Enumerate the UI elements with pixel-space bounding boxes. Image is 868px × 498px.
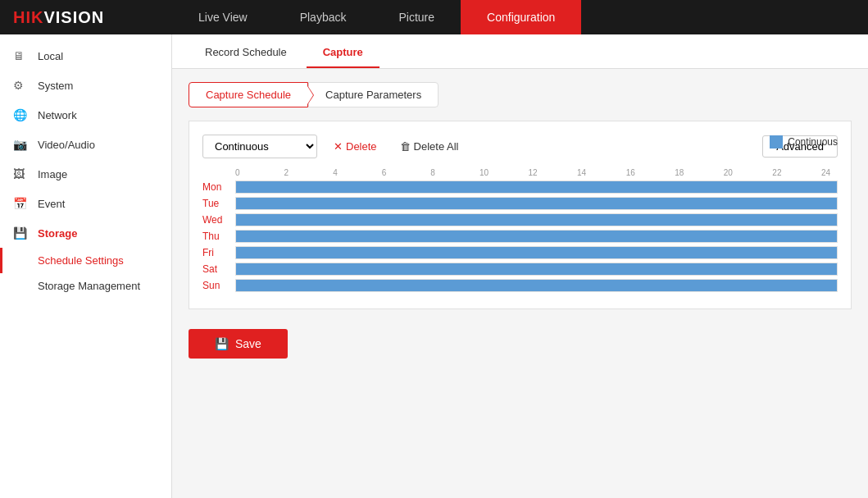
schedule-fill-wed [236, 214, 837, 226]
time-6: 6 [382, 168, 431, 177]
schedule-bar-thu[interactable] [235, 230, 838, 243]
time-20: 20 [724, 168, 773, 177]
time-4: 4 [333, 168, 382, 177]
time-24: 24 [821, 168, 838, 177]
sidebar-item-video-audio[interactable]: 📷 Video/Audio [0, 130, 171, 159]
sidebar-item-storage[interactable]: 💾 Storage [0, 218, 171, 248]
trash-icon: 🗑 [400, 140, 411, 153]
sub-tab-capture-parameters[interactable]: Capture Parameters [308, 82, 439, 107]
delete-all-button[interactable]: 🗑 Delete All [393, 136, 466, 157]
schedule-bar-sat[interactable] [235, 263, 838, 276]
day-row-tue: Tue [202, 197, 838, 210]
tab-capture[interactable]: Capture [307, 38, 379, 68]
nav-picture[interactable]: Picture [372, 0, 461, 34]
main-layout: 🖥 Local ⚙ System 🌐 Network 📷 Video/Audio… [0, 34, 868, 498]
legend-continuous-label: Continuous [788, 136, 838, 148]
content-inner: Capture Schedule Capture Parameters Cont… [172, 69, 868, 372]
time-header: 0 2 4 6 8 10 12 14 16 18 20 22 24 [235, 168, 838, 177]
sub-tab-capture-schedule[interactable]: Capture Schedule [189, 82, 308, 107]
legend-continuous-color [770, 135, 783, 148]
schedule-bar-tue[interactable] [235, 197, 838, 210]
schedule-fill-sat [236, 263, 837, 275]
schedule-fill-thu [236, 231, 837, 242]
time-2: 2 [284, 168, 334, 177]
save-icon: 💾 [215, 337, 229, 350]
sidebar-item-network[interactable]: 🌐 Network [0, 100, 171, 130]
day-label-mon: Mon [202, 181, 235, 193]
content-area: Record Schedule Capture Capture Schedule… [172, 34, 868, 498]
schedule-type-select[interactable]: Continuous Motion Alarm Motion | Alarm E… [202, 135, 317, 158]
nav-configuration[interactable]: Configuration [461, 0, 581, 34]
time-8: 8 [430, 168, 479, 177]
nav-items: Live View Playback Picture Configuration [172, 0, 868, 34]
day-row-sat: Sat [202, 263, 838, 276]
schedule-bar-wed[interactable] [235, 213, 838, 226]
sidebar-item-image[interactable]: 🖼 Image [0, 159, 171, 189]
timeline-grid: Continuous 0 2 4 6 8 10 12 14 16 18 [202, 168, 838, 292]
day-label-wed: Wed [202, 214, 235, 226]
sidebar: 🖥 Local ⚙ System 🌐 Network 📷 Video/Audio… [0, 34, 172, 498]
legend: Continuous [770, 135, 838, 148]
event-icon: 📅 [13, 197, 30, 210]
time-0: 0 [235, 168, 284, 177]
camera-icon: 📷 [13, 138, 30, 151]
monitor-icon: 🖥 [13, 49, 30, 62]
nav-playback[interactable]: Playback [274, 0, 373, 34]
schedule-bar-mon[interactable] [235, 180, 838, 194]
time-18: 18 [675, 168, 724, 177]
time-10: 10 [479, 168, 529, 177]
save-button[interactable]: 💾 Save [189, 329, 288, 359]
logo: HIKVISION [0, 8, 172, 27]
day-row-wed: Wed [202, 213, 838, 226]
top-nav: HIKVISION Live View Playback Picture Con… [0, 0, 868, 34]
delete-button[interactable]: ✕ Delete [327, 136, 384, 157]
save-area: 💾 Save [189, 329, 852, 359]
schedule-area: Continuous Motion Alarm Motion | Alarm E… [189, 121, 852, 309]
schedule-fill-mon [236, 181, 837, 193]
sidebar-item-event[interactable]: 📅 Event [0, 189, 171, 218]
day-label-thu: Thu [202, 231, 235, 242]
network-icon: 🌐 [13, 108, 30, 121]
time-22: 22 [772, 168, 821, 177]
day-label-fri: Fri [202, 247, 235, 258]
day-label-sat: Sat [202, 263, 235, 275]
sidebar-item-local[interactable]: 🖥 Local [0, 41, 171, 71]
schedule-bar-sun[interactable] [235, 279, 838, 292]
schedule-fill-fri [236, 247, 837, 258]
tab-bar: Record Schedule Capture [172, 34, 868, 69]
schedule-fill-tue [236, 198, 837, 209]
time-12: 12 [528, 168, 577, 177]
time-14: 14 [577, 168, 626, 177]
sub-tab-bar: Capture Schedule Capture Parameters [189, 82, 852, 107]
day-label-sun: Sun [202, 280, 235, 291]
logo-text: HIKVISION [13, 8, 104, 27]
day-row-fri: Fri [202, 246, 838, 259]
storage-icon: 💾 [13, 226, 30, 240]
tab-record-schedule[interactable]: Record Schedule [189, 38, 303, 68]
sidebar-child-schedule-settings[interactable]: Schedule Settings [0, 248, 171, 273]
delete-icon: ✕ [334, 140, 343, 153]
nav-live-view[interactable]: Live View [172, 0, 274, 34]
day-row-sun: Sun [202, 279, 838, 292]
sidebar-item-system[interactable]: ⚙ System [0, 71, 171, 100]
schedule-fill-sun [236, 280, 837, 291]
gear-icon: ⚙ [13, 79, 30, 92]
day-row-thu: Thu [202, 230, 838, 243]
schedule-bar-fri[interactable] [235, 246, 838, 259]
day-label-tue: Tue [202, 198, 235, 209]
sidebar-child-storage-management[interactable]: Storage Management [0, 273, 171, 299]
day-row-mon: Mon [202, 180, 838, 194]
image-icon: 🖼 [13, 167, 30, 180]
time-16: 16 [626, 168, 675, 177]
toolbar: Continuous Motion Alarm Motion | Alarm E… [202, 135, 838, 158]
